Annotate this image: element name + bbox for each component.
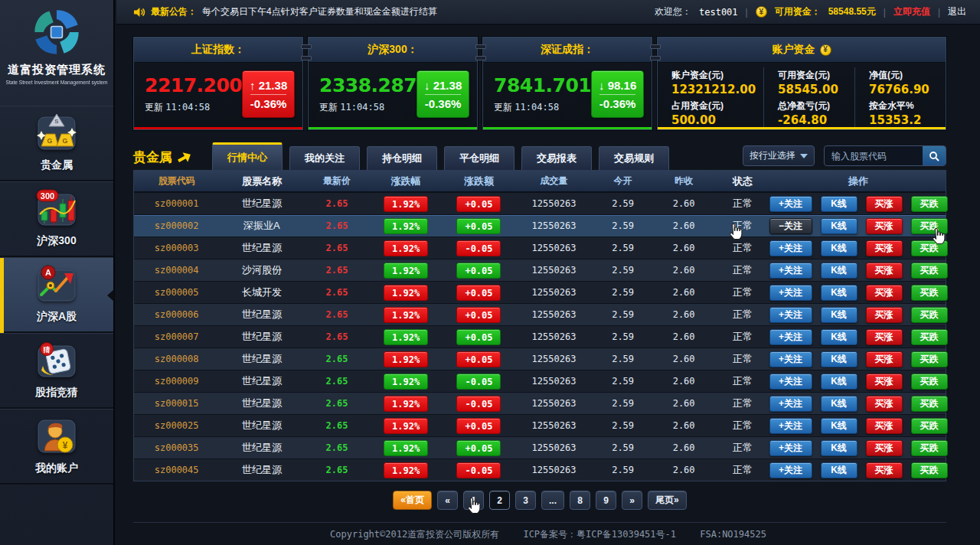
kline-button[interactable]: K线 [821,263,858,279]
table-row[interactable]: sz000008 世纪星源 2.65 1.92% +0.05 12550263 … [134,348,946,370]
kline-button[interactable]: K线 [821,285,858,301]
watch-button[interactable]: +关注 [769,196,812,212]
buy-down-button[interactable]: 买跌 [911,263,948,279]
buy-down-button[interactable]: 买跌 [911,418,948,434]
buy-up-button[interactable]: 买涨 [866,218,903,234]
pagination-page-button[interactable]: 8 [570,491,590,510]
buy-up-button[interactable]: 买涨 [866,285,903,301]
table-row[interactable]: sz000001 世纪星源 2.65 1.92% +0.05 12550263 … [134,192,946,214]
watch-button[interactable]: +关注 [769,240,812,256]
sidebar-item-precious-metals[interactable]: S G G 贵金属 [0,106,113,181]
watch-button[interactable]: +关注 [769,263,812,279]
buy-up-button[interactable]: 买涨 [866,462,903,478]
table-row[interactable]: sz000035 世纪星源 2.65 1.92% +0.05 12550263 … [134,436,946,459]
pagination-first-button[interactable]: «首页 [393,491,432,510]
app-subtitle: State Street Investment Management syste… [3,80,111,85]
kline-button[interactable]: K线 [821,218,858,234]
table-row[interactable]: sz000003 世纪星源 2.65 1.92% -0.05 12550263 … [134,237,946,259]
watch-button[interactable]: +关注 [769,418,812,434]
kline-button[interactable]: K线 [821,462,858,478]
sidebar-item-hs300[interactable]: 300 沪深300 [0,181,113,257]
table-row[interactable]: sz000002 深振业A 2.65 1.92% +0.05 12550263 … [134,214,946,237]
buy-up-button[interactable]: 买涨 [866,418,903,434]
watch-button[interactable]: +关注 [769,351,812,367]
industry-select[interactable]: 按行业选择 [743,145,815,166]
watch-button[interactable]: +关注 [769,440,812,456]
watch-button[interactable]: +关注 [769,462,812,478]
watch-button[interactable]: −关注 [769,218,812,234]
table-row[interactable]: sz000045 世纪星源 2.65 1.92% -0.05 12550263 … [134,459,946,481]
kline-button[interactable]: K线 [821,418,858,434]
sidebar-item-index-guess[interactable]: 猜 股指竞猜 [0,333,113,409]
tab-market-center[interactable]: 行情中心 [212,142,283,170]
watch-button[interactable]: +关注 [769,285,812,301]
buy-up-button[interactable]: 买涨 [866,374,903,390]
index-change-badge: ↓ 98.16 -0.36% [591,70,644,118]
pagination-ellipsis[interactable]: ... [541,491,564,510]
table-row[interactable]: sz000007 世纪星源 2.65 1.92% +0.05 12550263 … [134,325,946,348]
buy-down-button[interactable]: 买跌 [911,351,948,367]
watch-button[interactable]: +关注 [769,374,812,390]
watch-button[interactable]: +关注 [769,307,812,323]
buy-up-button[interactable]: 买涨 [866,351,903,367]
kline-button[interactable]: K线 [821,307,858,323]
tab-my-watchlist[interactable]: 我的关注 [289,146,360,170]
kline-button[interactable]: K线 [821,351,858,367]
buy-down-button[interactable]: 买跌 [911,440,948,456]
table-row[interactable]: sz000015 世纪星源 2.65 1.92% -0.05 12550263 … [134,392,946,414]
table-row[interactable]: sz000009 世纪星源 2.65 1.92% -0.05 12550263 … [134,370,946,392]
updated-time: 11:04:58 [340,102,384,113]
buy-down-button[interactable]: 买跌 [911,218,948,234]
pagination-page-button[interactable]: 9 [596,491,616,510]
pagination-page-button-current[interactable]: 2 [489,491,510,510]
pagination-prev-button[interactable]: « [437,491,458,510]
buy-down-button[interactable]: 买跌 [911,462,948,478]
tab-trade-report[interactable]: 交易报表 [521,146,592,170]
table-row[interactable]: sz000004 沙河股份 2.65 1.92% +0.05 12550263 … [134,259,946,281]
buy-up-button[interactable]: 买涨 [866,240,903,256]
table-row[interactable]: sz000025 世纪星源 2.65 1.92% +0.05 12550263 … [134,414,946,436]
account-card-title: 账户资金 [773,43,815,57]
pagination-last-button[interactable]: 尾页» [648,491,687,510]
change-percent-badge: 1.92% [384,440,428,456]
pagination-page-button[interactable]: 1 [463,491,484,510]
watch-button[interactable]: +关注 [769,396,812,412]
pagination-page-button[interactable]: 3 [515,491,536,510]
sidebar-item-a-shares[interactable]: A 沪深A股 [0,257,113,333]
buy-up-button[interactable]: 买涨 [866,329,903,345]
tab-closed-position-detail[interactable]: 平仓明细 [444,146,514,170]
search-button[interactable] [923,146,946,165]
separator: | [746,7,748,18]
pagination-next-button[interactable]: » [622,491,642,510]
open-price: 2.59 [593,420,654,431]
buy-down-button[interactable]: 买跌 [911,374,948,390]
buy-down-button[interactable]: 买跌 [911,307,948,323]
status-label: 正常 [714,308,771,321]
buy-up-button[interactable]: 买涨 [866,263,903,279]
recharge-link[interactable]: 立即充值 [893,5,930,18]
buy-down-button[interactable]: 买跌 [911,196,948,212]
watch-button[interactable]: +关注 [769,329,812,345]
buy-up-button[interactable]: 买涨 [866,307,903,323]
table-row[interactable]: sz000005 长城开发 2.65 1.92% +0.05 12550263 … [134,281,946,303]
buy-down-button[interactable]: 买跌 [911,240,948,256]
kline-button[interactable]: K线 [821,329,858,345]
buy-up-button[interactable]: 买涨 [866,396,903,412]
buy-down-button[interactable]: 买跌 [911,329,948,345]
buy-down-button[interactable]: 买跌 [911,396,948,412]
buy-up-button[interactable]: 买涨 [866,196,903,212]
buy-up-button[interactable]: 买涨 [866,440,903,456]
sidebar-item-my-account[interactable]: ¥ 我的账户 [0,409,113,485]
tab-position-detail[interactable]: 持仓明细 [367,146,437,170]
table-row[interactable]: sz000006 世纪星源 2.65 1.92% +0.05 12550263 … [134,303,946,325]
account-field-label: 占用资金(元) [671,100,756,113]
kline-button[interactable]: K线 [821,240,858,256]
kline-button[interactable]: K线 [821,196,858,212]
kline-button[interactable]: K线 [821,440,858,456]
kline-button[interactable]: K线 [821,374,858,390]
tab-trade-rules[interactable]: 交易规则 [599,146,669,170]
stock-code-search-input[interactable] [825,146,923,165]
logout-link[interactable]: 退出 [948,5,966,18]
kline-button[interactable]: K线 [821,396,858,412]
buy-down-button[interactable]: 买跌 [911,285,948,301]
